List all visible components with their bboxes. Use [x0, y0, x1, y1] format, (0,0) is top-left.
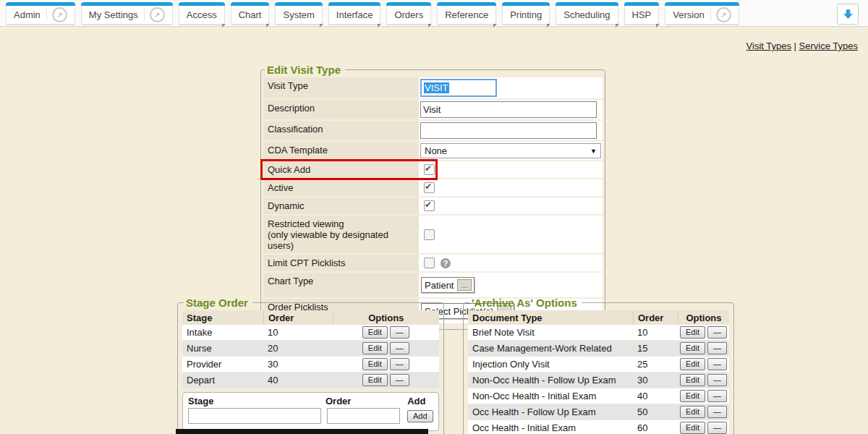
- edit-button[interactable]: Edit: [362, 342, 388, 354]
- stage-add-header: Stage Order Add: [188, 396, 433, 407]
- stage-table-rows: Intake10Edit—Nurse20Edit—Provider30Edit—…: [182, 325, 439, 388]
- quick-add-checkbox[interactable]: [424, 164, 435, 175]
- submenu-fold-icon: [428, 24, 432, 27]
- remove-button[interactable]: —: [707, 326, 727, 339]
- stage-cell: Intake: [182, 326, 263, 339]
- table-row: Provider30Edit—: [182, 357, 439, 373]
- field-label-text: CDA Template: [268, 145, 416, 156]
- table-row: Injection Only Visit25Edit—: [468, 357, 729, 373]
- remove-button[interactable]: —: [390, 374, 409, 386]
- edit-button[interactable]: Edit: [362, 358, 388, 370]
- field-label-text: Quick Add: [268, 164, 416, 175]
- field-label-text: Visit Type: [268, 80, 416, 91]
- nav-tab-orders[interactable]: Orders: [386, 2, 431, 25]
- edit-button[interactable]: Edit: [680, 422, 705, 434]
- options-cell: Edit—: [678, 373, 729, 388]
- order-cell: 50: [633, 405, 678, 419]
- edit-button[interactable]: Edit: [680, 342, 705, 354]
- edit-button[interactable]: Edit: [680, 358, 705, 370]
- nav-tab-reference[interactable]: Reference: [437, 2, 496, 25]
- edit-visit-type-rows: Visit TypeVISITDescriptionVisitClassific…: [263, 77, 603, 325]
- ellipsis-button[interactable]: ...: [457, 279, 471, 291]
- restricted-viewing-checkbox[interactable]: [424, 229, 435, 240]
- remove-button[interactable]: —: [390, 342, 409, 354]
- chart-type-picker[interactable]: Patient...: [421, 277, 475, 293]
- add-stage-button[interactable]: Add: [407, 410, 433, 422]
- remove-button[interactable]: —: [707, 374, 727, 386]
- edit-button[interactable]: Edit: [680, 374, 705, 386]
- classification-input[interactable]: [420, 122, 597, 139]
- field-value-cell: [419, 197, 603, 214]
- stage-order-fieldset: Stage Order Stage Order Options Intake10…: [177, 297, 444, 434]
- options-cell: Edit—: [333, 325, 439, 340]
- edit-button[interactable]: Edit: [680, 390, 705, 402]
- submenu-fold-icon: [266, 24, 270, 27]
- document-type-cell: Case Management-Work Related: [468, 341, 633, 355]
- nav-tab-system[interactable]: System: [275, 2, 322, 25]
- field-value-cell: [419, 179, 603, 196]
- nav-tab-admin[interactable]: Admin↗: [6, 2, 75, 25]
- nav-tab-my-settings[interactable]: My Settings↗: [81, 2, 173, 25]
- dynamic-checkbox[interactable]: [424, 200, 435, 211]
- remove-button[interactable]: —: [707, 422, 727, 434]
- nav-tab-scheduling[interactable]: Scheduling: [556, 2, 618, 25]
- document-type-cell: Non-Occ Health - Initial Exam: [468, 389, 633, 403]
- field-value-cell: [419, 216, 603, 253]
- edit-visit-type-legend: Edit Visit Type: [265, 64, 345, 76]
- tab-divider: [46, 9, 47, 21]
- download-arrow-icon: [842, 8, 854, 20]
- visit-types-link[interactable]: Visit Types: [746, 41, 791, 51]
- cda-template-select[interactable]: None▼: [420, 143, 601, 158]
- nav-tab-chart[interactable]: Chart: [231, 2, 270, 25]
- description-input[interactable]: Visit: [420, 101, 597, 118]
- nav-tab-label: My Settings: [89, 9, 138, 20]
- table-row: Intake10Edit—: [182, 325, 439, 341]
- service-types-link[interactable]: Service Types: [799, 41, 858, 51]
- breadcrumb-links: Visit Types | Service Types: [746, 41, 858, 51]
- help-icon[interactable]: ?: [441, 258, 451, 268]
- external-link-icon[interactable]: ↗: [716, 7, 731, 22]
- remove-button[interactable]: —: [390, 326, 409, 339]
- field-label-text: Dynamic: [268, 200, 416, 211]
- field-value-cell: [419, 161, 603, 178]
- stage-order-legend: Stage Order: [184, 297, 252, 309]
- document-type-cell: Injection Only Visit: [468, 357, 633, 371]
- edit-button[interactable]: Edit: [362, 326, 388, 339]
- edit-button[interactable]: Edit: [680, 326, 705, 339]
- remove-button[interactable]: —: [707, 390, 727, 402]
- stage-cell: Provider: [182, 357, 263, 371]
- nav-tab-hsp[interactable]: HSP: [624, 2, 660, 25]
- visit-type-input[interactable]: VISIT: [420, 79, 497, 97]
- field-label-text: Active: [268, 182, 416, 193]
- document-type-cell: Occ Health - Initial Exam: [468, 421, 633, 434]
- new-stage-input[interactable]: [188, 408, 321, 424]
- add-col-stage: Stage: [188, 396, 326, 407]
- table-row: Nurse20Edit—: [182, 341, 439, 357]
- form-row-dynamic: Dynamic: [263, 197, 603, 216]
- add-col-add: Add: [400, 396, 433, 407]
- edit-button[interactable]: Edit: [680, 406, 705, 418]
- limit-cpt-picklists-checkbox[interactable]: [424, 258, 435, 268]
- remove-button[interactable]: —: [707, 406, 727, 418]
- edit-button[interactable]: Edit: [362, 374, 388, 386]
- field-label: Restricted viewing(only viewable by desi…: [263, 216, 419, 253]
- field-label: Chart Type: [263, 273, 419, 297]
- options-cell: Edit—: [333, 357, 439, 372]
- remove-button[interactable]: —: [707, 342, 727, 354]
- order-cell: 20: [263, 341, 333, 355]
- nav-tab-interface[interactable]: Interface: [328, 2, 381, 25]
- selected-text: VISIT: [424, 82, 449, 93]
- nav-tab-printing[interactable]: Printing: [502, 2, 550, 25]
- nav-tab-version[interactable]: Version↗: [665, 2, 739, 25]
- remove-button[interactable]: —: [390, 358, 409, 370]
- nav-tab-access[interactable]: Access: [179, 2, 225, 25]
- nav-collapse-button[interactable]: [837, 4, 859, 25]
- active-checkbox[interactable]: [424, 182, 435, 193]
- external-link-icon[interactable]: ↗: [52, 7, 67, 22]
- submenu-fold-icon: [547, 24, 550, 27]
- remove-button[interactable]: —: [707, 358, 727, 370]
- new-order-input[interactable]: [327, 408, 400, 424]
- picker-value: Patient: [425, 280, 454, 291]
- external-link-icon[interactable]: ↗: [150, 7, 165, 22]
- form-row-description: DescriptionVisit: [263, 100, 603, 121]
